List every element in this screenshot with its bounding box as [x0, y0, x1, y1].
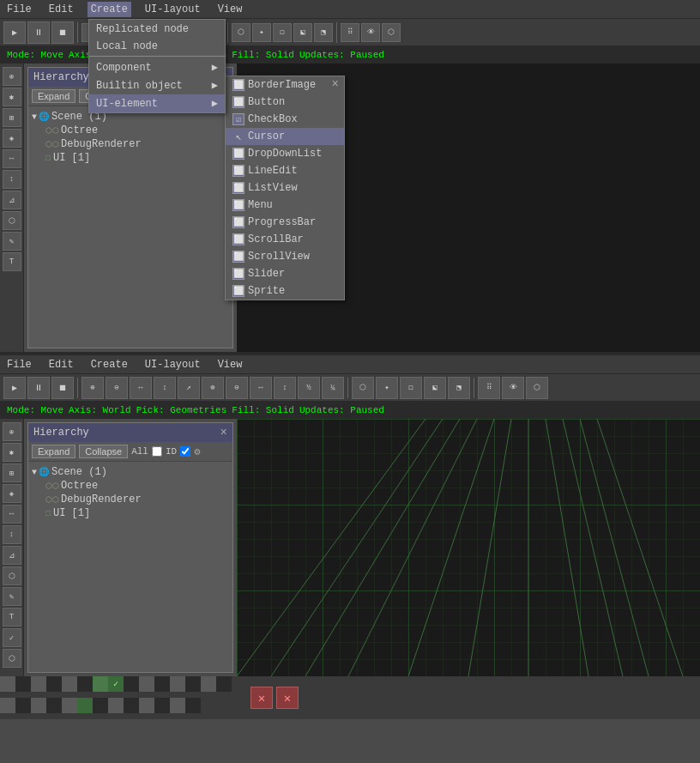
tree-ui[interactable]: □ UI [1]: [45, 151, 229, 165]
bottom-collapse-button[interactable]: Collapse: [79, 445, 128, 458]
pause-button[interactable]: ⏸: [27, 21, 50, 44]
submenu-dropdown-list[interactable]: ⬜ DropDownList: [226, 145, 344, 162]
submenu-list-view[interactable]: ⬜ ListView: [226, 179, 344, 197]
bottom-sidebar-btn-7[interactable]: ⊿: [3, 546, 21, 565]
bottom-sidebar-btn-8[interactable]: ⬡: [3, 566, 21, 585]
bottom-tree-ui[interactable]: □ UI [1]: [45, 506, 229, 520]
stop-button[interactable]: ⏹: [51, 21, 74, 44]
tree-debug-renderer[interactable]: ⬡⬡ DebugRenderer: [45, 137, 229, 151]
bottom-sidebar-btn-5[interactable]: ↔: [3, 505, 21, 524]
bottom-sidebar-btn-1[interactable]: ⊕: [3, 422, 21, 441]
bottom-id-checkbox[interactable]: [180, 446, 190, 457]
bottom-tool-13[interactable]: ✦: [376, 377, 398, 399]
bottom-sidebar-btn-10[interactable]: T: [3, 608, 21, 627]
bottom-sidebar-btn-12[interactable]: ⬡: [3, 649, 21, 668]
submenu-border-image[interactable]: ⬜ BorderImage: [226, 76, 344, 94]
play-button[interactable]: ▶: [3, 21, 26, 44]
tool-btn-8[interactable]: ⬡: [232, 23, 250, 42]
bottom-stop-button[interactable]: ⏹: [51, 377, 74, 399]
dropdown-ui-element[interactable]: UI-element ▶: [89, 94, 225, 112]
bottom-tool-15[interactable]: ⬕: [424, 377, 446, 399]
bottom-tool-4[interactable]: ↕: [154, 377, 176, 399]
bottom-tree-debug-renderer[interactable]: ⬡⬡ DebugRenderer: [45, 493, 229, 506]
menu-view[interactable]: View: [214, 2, 246, 17]
expand-button[interactable]: Expand: [32, 89, 75, 103]
menu-file[interactable]: File: [3, 2, 35, 17]
bottom-tool-14[interactable]: ◻: [400, 377, 422, 399]
bottom-menu-uilayout[interactable]: UI-layout: [142, 357, 204, 372]
menu-uilayout[interactable]: UI-layout: [142, 2, 204, 17]
tool-btn-11[interactable]: ⬕: [293, 23, 312, 42]
tool-btn-14[interactable]: 👁: [361, 23, 380, 42]
bottom-expand-button[interactable]: Expand: [32, 445, 75, 458]
bottom-tool-5[interactable]: ↗: [178, 377, 200, 399]
sidebar-btn-9[interactable]: ✎: [3, 232, 21, 251]
dropdown-component[interactable]: Component ▶: [89, 58, 225, 76]
sidebar-btn-1[interactable]: ⊕: [3, 67, 21, 86]
bottom-menu-file[interactable]: File: [3, 357, 35, 372]
submenu-button[interactable]: ⬜ Button: [226, 94, 344, 111]
sidebar-btn-2[interactable]: ✱: [3, 88, 21, 106]
bottom-tool-18[interactable]: 👁: [502, 377, 524, 399]
bottom-tree-octree[interactable]: ⬡⬡ Octree: [45, 479, 229, 493]
bottom-tree-scene[interactable]: ▼ 🌐 Scene (1): [32, 465, 229, 479]
sidebar-btn-8[interactable]: ⬡: [3, 211, 21, 230]
bottom-tool-11[interactable]: ¼: [322, 377, 344, 399]
tool-btn-15[interactable]: ⬡: [382, 23, 401, 42]
submenu-cursor[interactable]: ↖ Cursor: [226, 128, 344, 145]
sidebar-btn-5[interactable]: ↔: [3, 149, 21, 168]
bottom-sidebar-btn-11[interactable]: ✓: [3, 628, 21, 647]
tool-btn-9[interactable]: ✦: [252, 23, 271, 42]
tool-btn-10[interactable]: ◻: [273, 23, 292, 42]
bottom-tool-12[interactable]: ⬡: [352, 377, 374, 399]
bottom-tool-7[interactable]: ⊖: [226, 377, 248, 399]
submenu-menu[interactable]: ⬜ Menu: [226, 197, 344, 214]
bottom-scene-collapse-arrow[interactable]: ▼: [32, 468, 37, 477]
bottom-sidebar-btn-4[interactable]: ◈: [3, 484, 21, 503]
bottom-sidebar-btn-6[interactable]: ↕: [3, 525, 21, 544]
sidebar-btn-4[interactable]: ◈: [3, 129, 21, 148]
bottom-tool-2[interactable]: ⊖: [106, 377, 128, 399]
submenu-slider[interactable]: ⬜ Slider: [226, 265, 344, 282]
sidebar-btn-10[interactable]: T: [3, 252, 21, 271]
bottom-all-checkbox[interactable]: [152, 446, 162, 457]
tool-btn-12[interactable]: ⬔: [314, 23, 333, 42]
bottom-hierarchy-settings-icon[interactable]: ⚙: [194, 445, 200, 458]
dropdown-builtin-object[interactable]: Builtin object ▶: [89, 76, 225, 94]
bottom-tool-17[interactable]: ⠿: [478, 377, 500, 399]
bottom-tool-16[interactable]: ⬔: [448, 377, 470, 399]
bottom-hierarchy-close-button[interactable]: ×: [220, 426, 227, 439]
tree-octree[interactable]: ⬡⬡ Octree: [45, 124, 229, 137]
red-x-button-1[interactable]: ✕: [250, 687, 273, 709]
bottom-menu-create[interactable]: Create: [88, 357, 131, 372]
bottom-menu-edit[interactable]: Edit: [45, 357, 77, 372]
menu-create[interactable]: Create: [88, 2, 131, 17]
tool-btn-13[interactable]: ⠿: [341, 23, 359, 42]
submenu-scroll-view[interactable]: ⬜ ScrollView: [226, 248, 344, 265]
bottom-tool-3[interactable]: ↔: [130, 377, 152, 399]
submenu-close-button[interactable]: ×: [329, 76, 342, 92]
submenu-scroll-bar[interactable]: ⬜ ScrollBar: [226, 231, 344, 248]
submenu-checkbox[interactable]: ☑ CheckBox: [226, 111, 344, 128]
sidebar-btn-3[interactable]: ⊞: [3, 108, 21, 127]
menu-edit[interactable]: Edit: [45, 2, 77, 17]
sidebar-btn-7[interactable]: ⊿: [3, 191, 21, 209]
bottom-tool-8[interactable]: ↔: [250, 377, 272, 399]
bottom-sidebar-btn-2[interactable]: ✱: [3, 443, 21, 462]
bottom-tool-1[interactable]: ⊕: [81, 377, 104, 399]
scene-collapse-arrow[interactable]: ▼: [32, 112, 37, 122]
bottom-tool-19[interactable]: ⬡: [526, 377, 548, 399]
bottom-pause-button[interactable]: ⏸: [27, 377, 50, 399]
bottom-tool-9[interactable]: ↕: [274, 377, 296, 399]
bottom-play-button[interactable]: ▶: [3, 377, 26, 399]
sidebar-btn-6[interactable]: ↕: [3, 170, 21, 189]
bottom-tool-6[interactable]: ⊕: [202, 377, 224, 399]
bottom-sidebar-btn-9[interactable]: ✎: [3, 587, 21, 606]
bottom-tool-10[interactable]: ½: [298, 377, 320, 399]
submenu-sprite[interactable]: ⬜ Sprite: [226, 282, 344, 300]
submenu-progress-bar[interactable]: ⬜ ProgressBar: [226, 214, 344, 231]
submenu-line-edit[interactable]: ⬜ LineEdit: [226, 162, 344, 179]
bottom-menu-view[interactable]: View: [214, 357, 246, 372]
bottom-sidebar-btn-3[interactable]: ⊞: [3, 463, 21, 482]
red-x-button-2[interactable]: ✕: [276, 687, 299, 709]
